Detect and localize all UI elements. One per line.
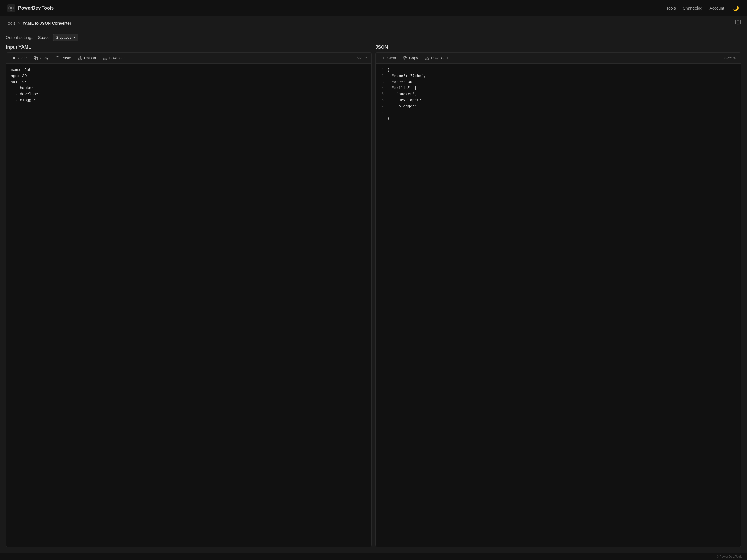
book-icon[interactable]: [735, 19, 741, 27]
output-copy-button[interactable]: Copy: [400, 54, 421, 61]
breadcrumb-bar: Tools > YAML to JSON Converter: [0, 16, 747, 30]
panel-divider: [372, 45, 375, 547]
footer: © PowerDev.Tools: [0, 553, 747, 560]
nav-tools-link[interactable]: Tools: [666, 6, 676, 10]
header-left: PowerDev.Tools: [7, 4, 54, 12]
chevron-down-icon: ▾: [73, 35, 75, 40]
output-settings-label: Output settings:: [6, 35, 34, 40]
input-paste-button[interactable]: Paste: [53, 54, 74, 61]
input-clear-button[interactable]: Clear: [9, 54, 30, 61]
input-panel-container: Clear Copy Paste: [6, 52, 372, 547]
input-size-label: Size: 6: [357, 56, 368, 60]
dark-mode-toggle[interactable]: 🌙: [731, 4, 740, 12]
logo-text: PowerDev.Tools: [18, 5, 54, 11]
line-numbers: 123456789: [376, 63, 386, 546]
spaces-dropdown[interactable]: 2 spaces ▾: [53, 34, 78, 41]
breadcrumb-separator: >: [18, 21, 20, 26]
header: PowerDev.Tools Tools Changelog Account 🌙: [0, 0, 747, 16]
logo-icon: [7, 4, 15, 12]
input-upload-button[interactable]: Upload: [75, 54, 99, 61]
output-size-label: Size: 97: [724, 56, 738, 60]
breadcrumb-current-page: YAML to JSON Converter: [23, 21, 71, 26]
paste-icon: [55, 56, 59, 60]
output-toolbar: Clear Copy Download Si: [376, 53, 741, 63]
copy-icon: [403, 56, 407, 60]
json-code: { "name": "John", "age": 30, "skills": […: [386, 63, 741, 546]
output-panel: JSON Clear Copy: [375, 45, 741, 547]
input-panel-label: Input YAML: [6, 45, 372, 50]
nav-changelog-link[interactable]: Changelog: [683, 6, 703, 10]
svg-rect-4: [35, 57, 37, 60]
output-download-button[interactable]: Download: [422, 54, 450, 61]
input-toolbar: Clear Copy Paste: [6, 53, 371, 63]
main-content: Input YAML Clear Copy: [0, 45, 747, 553]
upload-icon: [78, 56, 82, 60]
space-label: Space: [38, 35, 50, 40]
json-output-area: 123456789 { "name": "John", "age": 30, "…: [376, 63, 741, 546]
breadcrumb: Tools > YAML to JSON Converter: [6, 21, 71, 26]
input-download-button[interactable]: Download: [100, 54, 129, 61]
svg-point-1: [10, 7, 12, 9]
svg-rect-5: [57, 56, 58, 57]
dropdown-value: 2 spaces: [56, 35, 72, 40]
download-icon: [103, 56, 107, 60]
input-copy-button[interactable]: Copy: [31, 54, 51, 61]
yaml-input[interactable]: name: John age: 30 skills: - hacker - de…: [6, 63, 371, 546]
output-panel-container: Clear Copy Download Si: [375, 52, 741, 547]
output-clear-button[interactable]: Clear: [379, 54, 399, 61]
nav-account-link[interactable]: Account: [710, 6, 724, 10]
download-icon: [425, 56, 429, 60]
breadcrumb-tools-link[interactable]: Tools: [6, 21, 16, 26]
footer-text: © PowerDev.Tools: [716, 555, 742, 558]
input-panel: Input YAML Clear Copy: [6, 45, 372, 547]
x-icon: [12, 56, 16, 60]
copy-icon: [34, 56, 38, 60]
svg-rect-10: [405, 57, 407, 60]
x-icon: [381, 56, 385, 60]
header-right: Tools Changelog Account 🌙: [666, 4, 740, 12]
settings-bar: Output settings: Space 2 spaces ▾: [0, 30, 747, 45]
output-panel-label: JSON: [375, 45, 741, 50]
